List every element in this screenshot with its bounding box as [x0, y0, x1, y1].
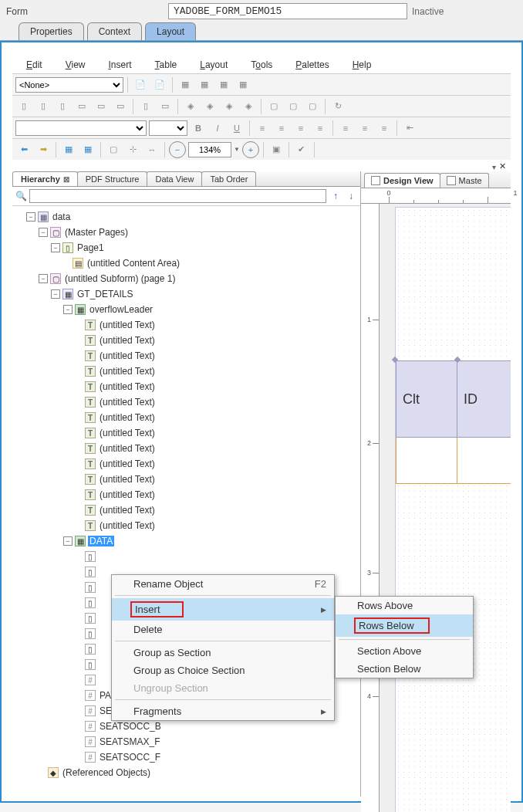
collapse-icon[interactable]: −	[51, 243, 60, 252]
tree-node[interactable]: (untitled Text)	[98, 489, 157, 500]
align-icon[interactable]: ▭	[93, 98, 110, 115]
forward-icon[interactable]: ➡	[35, 141, 52, 158]
collapse-icon[interactable]: −	[39, 228, 48, 237]
tree-node[interactable]: (untitled Text)	[98, 520, 157, 531]
tree-node[interactable]: (untitled Text)	[98, 428, 157, 438]
tree-node[interactable]: (untitled Text)	[98, 412, 157, 423]
menu-insert[interactable]: Insert ▶	[112, 598, 334, 621]
tree-node[interactable]: Page1	[76, 242, 106, 253]
rotate-icon[interactable]: ↻	[329, 98, 346, 115]
search-down-icon[interactable]: ↓	[345, 190, 357, 202]
menu-fragments[interactable]: Fragments▶	[112, 702, 334, 720]
font-family-select[interactable]	[15, 120, 147, 136]
table-header-cell[interactable]: Clt	[396, 360, 457, 438]
menu-rename[interactable]: Rename ObjectF2	[112, 575, 334, 593]
tree-node[interactable]: SEATSOCC_F	[98, 752, 162, 763]
tree-node[interactable]: (untitled Text)	[98, 320, 157, 330]
tool-icon[interactable]: ▦	[235, 76, 251, 93]
fit-icon[interactable]: ▣	[268, 141, 285, 158]
tab-design-view[interactable]: Design View	[364, 173, 440, 188]
dist-icon[interactable]: ◈	[240, 98, 257, 115]
menu-help[interactable]: Help	[353, 59, 372, 70]
form-page[interactable]: Clt ID	[395, 207, 511, 812]
menu-group-section[interactable]: Group as Section	[112, 644, 334, 661]
bold-icon[interactable]: B	[190, 120, 207, 137]
menu-view[interactable]: View	[66, 59, 86, 70]
submenu-section-above[interactable]: Section Above	[336, 642, 473, 660]
table-data-cell[interactable]	[396, 438, 457, 484]
submenu-rows-above[interactable]: Rows Above	[336, 597, 473, 614]
tab-tab-order[interactable]: Tab Order	[201, 171, 256, 186]
menu-table[interactable]: Table	[155, 59, 177, 70]
tab-layout[interactable]: Layout	[145, 22, 196, 40]
scale-icon[interactable]: ↔	[143, 141, 160, 158]
align-justify-icon[interactable]: ≡	[312, 120, 329, 137]
search-icon[interactable]: 🔍	[15, 191, 26, 201]
tree-node[interactable]: (Referenced Objects)	[61, 767, 152, 778]
tab-context[interactable]: Context	[87, 22, 142, 40]
tree-node-selected[interactable]: DATA	[88, 536, 114, 546]
align-right-icon[interactable]: ≡	[292, 120, 309, 137]
align-center-icon[interactable]: ≡	[273, 120, 290, 137]
zoom-out-icon[interactable]: −	[169, 141, 186, 158]
tree-node[interactable]: (untitled Text)	[98, 335, 157, 346]
tree-node[interactable]: (untitled Text)	[98, 366, 157, 377]
tab-properties[interactable]: Properties	[19, 22, 84, 40]
close-icon[interactable]: ⊠	[63, 175, 69, 184]
indent-icon[interactable]: ⇤	[401, 120, 418, 137]
align-icon[interactable]: ▯	[15, 98, 32, 115]
tab-master-pages[interactable]: Maste	[440, 173, 489, 188]
tree-node[interactable]: (untitled Content Area)	[86, 258, 181, 269]
collapse-icon[interactable]: −	[51, 289, 60, 299]
new-icon[interactable]: 📄	[132, 76, 149, 93]
collapse-icon[interactable]: −	[63, 536, 73, 546]
tool-icon[interactable]: ▦	[177, 76, 194, 93]
grid-snon-icon[interactable]: ▦	[79, 141, 96, 158]
menu-palettes[interactable]: Palettes	[295, 59, 329, 70]
valign-icon[interactable]: ≡	[376, 120, 393, 137]
search-up-icon[interactable]: ↑	[329, 190, 342, 202]
font-size-select[interactable]	[149, 120, 187, 136]
tree-node[interactable]: GT_DETAILS	[76, 289, 134, 299]
size-icon[interactable]: ▢	[304, 98, 321, 115]
dist-icon[interactable]: ◈	[221, 98, 238, 115]
align-left-icon[interactable]: ≡	[254, 120, 271, 137]
panel-menu-icon[interactable]: ▾	[492, 163, 496, 171]
table-data-cell[interactable]	[457, 438, 511, 484]
tree-node[interactable]: overflowLeader	[88, 304, 154, 315]
new-plus-icon[interactable]: 📄	[151, 76, 168, 93]
form-name-field[interactable]: YADOBE_FORM_DEMO15	[168, 3, 407, 19]
align-icon[interactable]: ▭	[112, 98, 129, 115]
zoom-input[interactable]	[188, 142, 231, 157]
tree-node[interactable]: (untitled Text)	[98, 443, 157, 454]
tree-node[interactable]: (untitled Text)	[98, 474, 157, 485]
italic-icon[interactable]: I	[209, 120, 226, 137]
menu-group-choice[interactable]: Group as Choice Section	[112, 661, 334, 679]
panel-close-icon[interactable]: ✕	[499, 161, 506, 171]
size-icon[interactable]: ▢	[265, 98, 282, 115]
valign-icon[interactable]: ≡	[337, 120, 354, 137]
underline-icon[interactable]: U	[228, 120, 245, 137]
menu-delete[interactable]: Delete	[112, 621, 334, 638]
tab-hierarchy[interactable]: Hierarchy⊠	[12, 171, 78, 186]
grid-icon[interactable]: ▦	[60, 141, 77, 158]
valign-icon[interactable]: ≡	[356, 120, 373, 137]
submenu-rows-below[interactable]: Rows Below	[336, 614, 473, 637]
collapse-icon[interactable]: −	[39, 274, 48, 283]
tree-node[interactable]: SEATSMAX_F	[98, 736, 161, 747]
guides-icon[interactable]: ⊹	[124, 141, 141, 158]
search-input[interactable]	[29, 189, 326, 203]
tree-node[interactable]: (untitled Text)	[98, 381, 157, 392]
tree-node[interactable]: (untitled Text)	[98, 350, 157, 361]
tree-node[interactable]: (untitled Text)	[98, 505, 157, 516]
dist-icon[interactable]: ◈	[182, 98, 199, 115]
tree-node[interactable]: (untitled Text)	[98, 397, 157, 408]
tab-data-view[interactable]: Data View	[147, 171, 202, 186]
tree-node[interactable]: (Master Pages)	[63, 227, 130, 238]
align-icon[interactable]: ▯	[54, 98, 71, 115]
menu-insert[interactable]: Insert	[109, 59, 132, 70]
spellcheck-icon[interactable]: ✔	[293, 141, 310, 158]
design-table[interactable]: Clt ID	[396, 360, 511, 484]
tree-node[interactable]: SEATSOCC_B	[98, 721, 163, 732]
menu-layout[interactable]: Layout	[200, 59, 228, 70]
